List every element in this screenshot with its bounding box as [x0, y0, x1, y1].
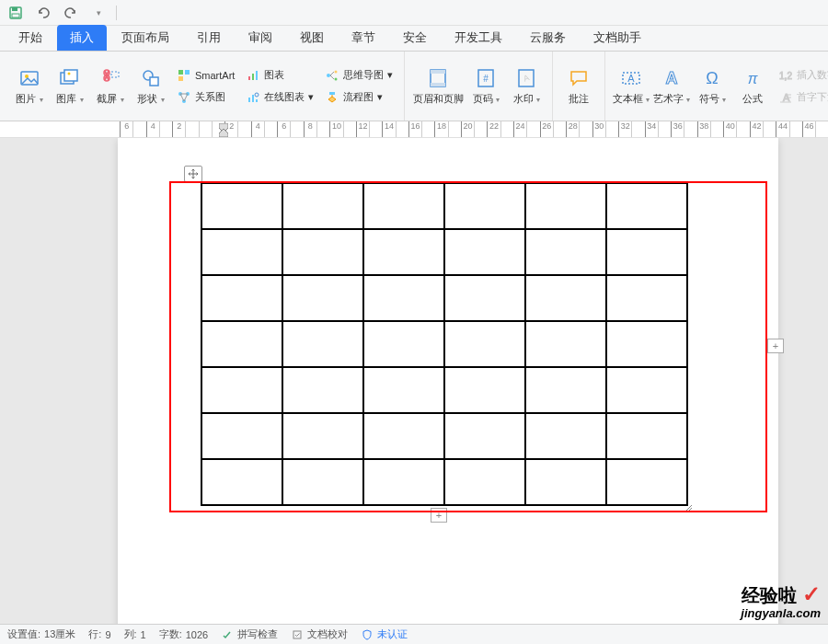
- tab-review[interactable]: 审阅: [236, 25, 285, 51]
- redo-button[interactable]: [61, 3, 81, 23]
- number-field-button[interactable]: 1,2 插入数字: [773, 66, 828, 85]
- equation-icon: π: [741, 66, 765, 90]
- relation-button[interactable]: 关系图: [171, 88, 240, 107]
- table-cell[interactable]: [282, 275, 363, 321]
- table-cell[interactable]: [525, 413, 606, 459]
- table-cell[interactable]: [444, 413, 525, 459]
- table-cell[interactable]: [282, 321, 363, 367]
- table-cell[interactable]: [444, 367, 525, 413]
- dropcap-button[interactable]: A 首字下沉: [773, 88, 828, 107]
- tab-security[interactable]: 安全: [390, 25, 440, 51]
- table-cell[interactable]: [444, 321, 525, 367]
- table-cell[interactable]: [363, 367, 444, 413]
- status-col[interactable]: 列: 1: [124, 627, 146, 641]
- table-cell[interactable]: [606, 321, 687, 367]
- table-cell[interactable]: [606, 229, 687, 275]
- table-cell[interactable]: [606, 275, 687, 321]
- status-setvalue[interactable]: 设置值: 13厘米: [7, 627, 75, 641]
- table-add-row-button[interactable]: +: [431, 508, 447, 523]
- smartart-button[interactable]: SmartArt: [171, 66, 240, 85]
- tab-insert[interactable]: 插入: [57, 25, 107, 51]
- table-add-column-button[interactable]: +: [767, 339, 784, 353]
- page-number-label: 页码: [473, 93, 493, 104]
- save-button[interactable]: [6, 3, 26, 23]
- table-cell[interactable]: [363, 183, 444, 229]
- svg-rect-10: [111, 72, 119, 77]
- table-cell[interactable]: [606, 183, 687, 229]
- table-cell[interactable]: [201, 275, 282, 321]
- qat-more-button[interactable]: ▾: [88, 3, 109, 23]
- table-cell[interactable]: [282, 229, 363, 275]
- table-move-handle[interactable]: [184, 166, 202, 182]
- tab-layout[interactable]: 页面布局: [109, 25, 182, 51]
- tab-helper[interactable]: 文档助手: [581, 25, 654, 51]
- table-cell[interactable]: [201, 321, 282, 367]
- table-cell[interactable]: [201, 459, 282, 505]
- table-cell[interactable]: [282, 459, 363, 505]
- document-table[interactable]: [201, 182, 688, 506]
- gallery-button[interactable]: 图库 ▾: [50, 57, 90, 116]
- header-footer-button[interactable]: 页眉和页脚: [410, 57, 466, 116]
- table-cell[interactable]: [282, 183, 363, 229]
- table-cell[interactable]: [201, 183, 282, 229]
- table-cell[interactable]: [363, 321, 444, 367]
- online-chart-button[interactable]: 在线图表 ▾: [240, 88, 319, 107]
- chart-button[interactable]: 图表: [240, 66, 319, 85]
- comment-label: 批注: [569, 92, 589, 106]
- mindmap-button[interactable]: 思维导图 ▾: [319, 66, 398, 85]
- table-cell[interactable]: [444, 275, 525, 321]
- status-spellcheck[interactable]: 拼写检查: [221, 627, 278, 641]
- horizontal-ruler[interactable]: 6422468101214161820222426283032343638404…: [0, 121, 828, 138]
- table-resize-handle[interactable]: [684, 502, 694, 512]
- equation-button[interactable]: π 公式: [732, 57, 773, 116]
- table-cell[interactable]: [606, 413, 687, 459]
- flowchart-button[interactable]: 流程图 ▾: [319, 88, 398, 107]
- table-cell[interactable]: [525, 321, 606, 367]
- table-cell[interactable]: [606, 459, 687, 505]
- tab-reference[interactable]: 引用: [184, 25, 234, 51]
- undo-button[interactable]: [33, 3, 53, 23]
- table-cell[interactable]: [525, 275, 606, 321]
- textbox-button[interactable]: A 文本框 ▾: [611, 57, 651, 116]
- header-footer-label: 页眉和页脚: [413, 92, 464, 106]
- table-cell[interactable]: [282, 413, 363, 459]
- ribbon-group-headerfooter: 页眉和页脚 # 页码 ▾ A 水印 ▾: [405, 52, 553, 121]
- table-cell[interactable]: [363, 459, 444, 505]
- table-cell[interactable]: [444, 459, 525, 505]
- status-proofread[interactable]: 文档校对: [291, 627, 348, 641]
- watermark-button[interactable]: A 水印 ▾: [506, 57, 546, 116]
- comment-button[interactable]: 批注: [558, 57, 599, 116]
- table-cell[interactable]: [525, 183, 606, 229]
- wordart-button[interactable]: A 艺术字 ▾: [651, 57, 692, 116]
- table-cell[interactable]: [525, 367, 606, 413]
- page[interactable]: + +: [118, 138, 778, 624]
- tab-devtools[interactable]: 开发工具: [442, 25, 515, 51]
- table-cell[interactable]: [444, 229, 525, 275]
- indent-marker-bottom-icon[interactable]: [219, 129, 228, 138]
- status-auth[interactable]: 未认证: [361, 627, 408, 641]
- table-cell[interactable]: [525, 459, 606, 505]
- svg-rect-21: [256, 71, 258, 80]
- table-cell[interactable]: [444, 183, 525, 229]
- table-cell[interactable]: [201, 367, 282, 413]
- tab-cloud[interactable]: 云服务: [517, 25, 579, 51]
- page-number-button[interactable]: # 页码 ▾: [466, 57, 506, 116]
- table-cell[interactable]: [363, 229, 444, 275]
- table-cell[interactable]: [201, 413, 282, 459]
- shield-icon: [361, 628, 374, 641]
- table-cell[interactable]: [606, 367, 687, 413]
- tab-section[interactable]: 章节: [339, 25, 388, 51]
- status-row[interactable]: 行: 9: [88, 627, 110, 641]
- table-cell[interactable]: [201, 229, 282, 275]
- tab-view[interactable]: 视图: [287, 25, 337, 51]
- table-cell[interactable]: [525, 229, 606, 275]
- picture-button[interactable]: 图片 ▾: [9, 57, 50, 116]
- table-cell[interactable]: [282, 367, 363, 413]
- tab-start[interactable]: 开始: [6, 25, 55, 51]
- shapes-button[interactable]: 形状 ▾: [131, 57, 171, 116]
- table-cell[interactable]: [363, 275, 444, 321]
- screenshot-button[interactable]: 截屏 ▾: [90, 57, 131, 116]
- table-cell[interactable]: [363, 413, 444, 459]
- status-wordcount[interactable]: 字数: 1026: [159, 627, 209, 641]
- symbol-button[interactable]: Ω 符号 ▾: [692, 57, 732, 116]
